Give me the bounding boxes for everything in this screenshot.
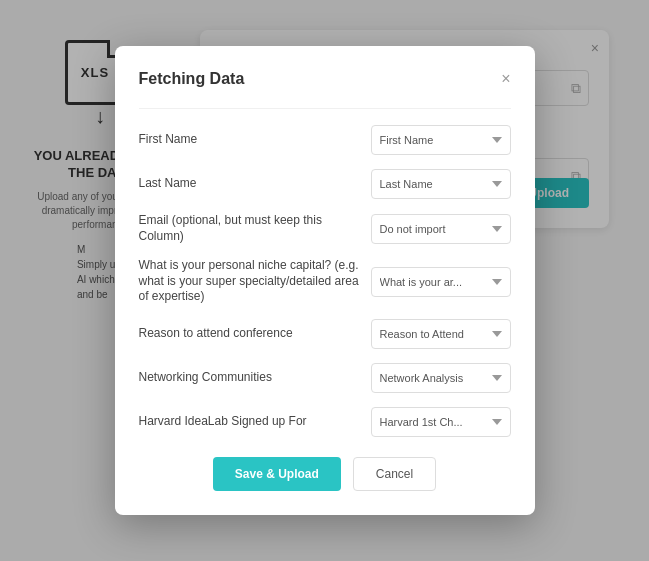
field-label: First Name xyxy=(139,132,361,148)
field-row: Harvard IdeaLab Signed up ForHarvard 1st… xyxy=(139,407,511,437)
field-select-6[interactable]: Harvard 1st Ch... xyxy=(371,407,511,437)
field-label: Harvard IdeaLab Signed up For xyxy=(139,414,361,430)
field-row: Reason to attend conferenceReason to Att… xyxy=(139,319,511,349)
cancel-button[interactable]: Cancel xyxy=(353,457,436,491)
field-select-4[interactable]: Reason to Attend xyxy=(371,319,511,349)
modal-title: Fetching Data xyxy=(139,70,245,88)
field-select-3[interactable]: What is your ar... xyxy=(371,267,511,297)
field-label: Reason to attend conference xyxy=(139,326,361,342)
field-row: Last NameLast Name xyxy=(139,169,511,199)
modal-overlay: Fetching Data × First NameFirst NameLast… xyxy=(0,0,649,561)
field-select-0[interactable]: First Name xyxy=(371,125,511,155)
field-label: What is your personal niche capital? (e.… xyxy=(139,258,361,305)
field-select-5[interactable]: Network Analysis xyxy=(371,363,511,393)
field-row: Email (optional, but must keep this Colu… xyxy=(139,213,511,244)
field-label: Networking Communities xyxy=(139,370,361,386)
modal-footer: Save & Upload Cancel xyxy=(139,457,511,491)
modal-fields-container: First NameFirst NameLast NameLast NameEm… xyxy=(139,125,511,437)
save-upload-button[interactable]: Save & Upload xyxy=(213,457,341,491)
field-row: Networking CommunitiesNetwork Analysis xyxy=(139,363,511,393)
field-row: What is your personal niche capital? (e.… xyxy=(139,258,511,305)
field-select-1[interactable]: Last Name xyxy=(371,169,511,199)
field-row: First NameFirst Name xyxy=(139,125,511,155)
field-select-2[interactable]: Do not import xyxy=(371,214,511,244)
modal-header: Fetching Data × xyxy=(139,70,511,88)
modal-close-button[interactable]: × xyxy=(501,71,510,87)
field-label: Email (optional, but must keep this Colu… xyxy=(139,213,361,244)
field-label: Last Name xyxy=(139,176,361,192)
fetching-data-modal: Fetching Data × First NameFirst NameLast… xyxy=(115,46,535,515)
modal-divider xyxy=(139,108,511,109)
